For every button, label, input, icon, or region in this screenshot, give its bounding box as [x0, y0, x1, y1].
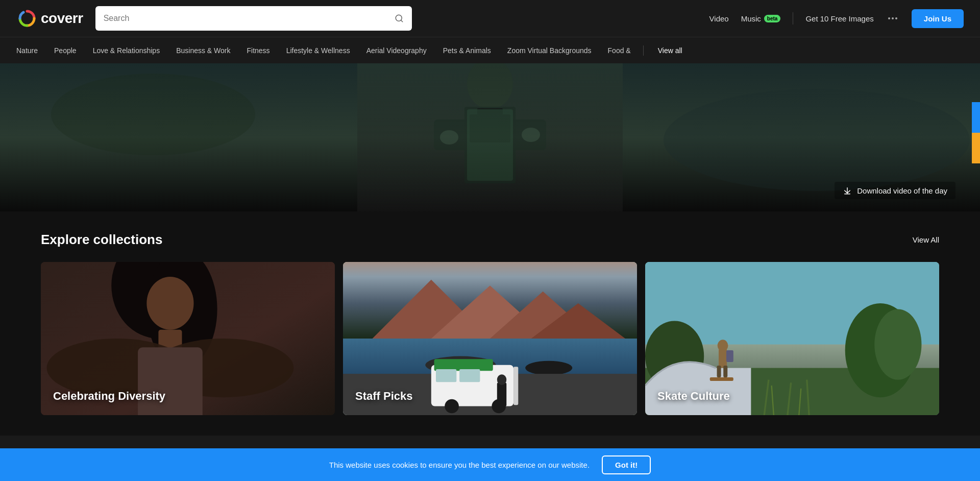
search-icon [395, 14, 404, 23]
svg-point-44 [492, 399, 506, 414]
collection-card-staffpicks[interactable]: Staff Picks [343, 262, 637, 415]
indicator-blue [972, 102, 980, 133]
join-button[interactable]: Join Us [912, 9, 964, 28]
download-video-button[interactable]: Download video of the day [835, 182, 955, 199]
music-nav-item[interactable]: Music beta [741, 14, 781, 23]
svg-line-2 [401, 20, 402, 21]
logo-text: coverr [41, 10, 83, 27]
svg-point-49 [874, 309, 921, 379]
card-label-skate: Skate Culture [657, 390, 730, 403]
nav-item-food[interactable]: Food & [600, 46, 639, 55]
logo[interactable]: coverr [16, 8, 83, 29]
svg-rect-55 [723, 366, 727, 377]
header-right: Video Music beta Get 10 Free Images Join… [709, 9, 964, 28]
search-input[interactable] [104, 14, 389, 23]
dot3 [895, 17, 897, 19]
collections-view-all[interactable]: View All [913, 235, 939, 244]
nav-item-lifestyle[interactable]: Lifestyle & Wellness [278, 46, 358, 55]
indicator-yellow [972, 133, 980, 163]
side-indicators [972, 102, 980, 163]
category-nav: Nature People Love & Relationships Busin… [0, 37, 980, 63]
svg-point-42 [497, 374, 506, 385]
nav-view-all[interactable]: View all [650, 46, 691, 55]
download-icon [843, 186, 852, 195]
hero-background [0, 63, 980, 211]
header-divider [793, 12, 793, 25]
collection-card-diversity[interactable]: Celebrating Diversity [41, 262, 335, 415]
nav-item-love[interactable]: Love & Relationships [85, 46, 168, 55]
nav-item-business[interactable]: Business & Work [168, 46, 238, 55]
svg-point-34 [525, 361, 572, 375]
collections-grid: Celebrating Diversity [41, 262, 939, 415]
nav-item-pets[interactable]: Pets & Animals [435, 46, 499, 55]
nav-item-people[interactable]: People [46, 46, 85, 55]
svg-rect-38 [436, 369, 456, 382]
nav-divider [643, 45, 644, 56]
beta-badge: beta [764, 15, 781, 22]
nav-item-zoom[interactable]: Zoom Virtual Backgrounds [499, 46, 600, 55]
svg-rect-40 [513, 367, 518, 405]
hero-image [0, 63, 980, 211]
svg-rect-39 [459, 369, 480, 382]
svg-point-21 [146, 277, 193, 330]
download-label: Download video of the day [857, 186, 947, 195]
video-nav-link[interactable]: Video [709, 14, 729, 23]
free-images-link[interactable]: Get 10 Free Images [805, 14, 873, 23]
nav-item-aerial[interactable]: Aerial Videography [358, 46, 435, 55]
svg-point-43 [445, 399, 459, 414]
more-options-button[interactable] [886, 15, 899, 21]
nav-item-nature[interactable]: Nature [16, 46, 46, 55]
svg-rect-54 [717, 366, 721, 377]
svg-rect-56 [710, 377, 733, 381]
svg-rect-51 [719, 349, 727, 368]
card-label-staffpicks: Staff Picks [355, 390, 413, 403]
hero-section: Download video of the day [0, 63, 980, 211]
dot1 [888, 17, 890, 19]
music-label: Music [741, 14, 761, 23]
svg-rect-25 [138, 347, 203, 415]
dot2 [892, 17, 894, 19]
search-bar [95, 6, 412, 31]
svg-point-52 [718, 340, 728, 351]
nav-item-fitness[interactable]: Fitness [239, 46, 278, 55]
collections-title: Explore collections [41, 232, 162, 248]
svg-rect-53 [726, 350, 733, 362]
card-label-diversity: Celebrating Diversity [53, 390, 165, 403]
collection-card-skate[interactable]: Skate Culture [645, 262, 939, 415]
collections-header: Explore collections View All [41, 232, 939, 248]
svg-rect-15 [0, 63, 980, 211]
header: coverr Video Music beta Get 10 Free Imag… [0, 0, 980, 37]
collections-section: Explore collections View All [0, 211, 980, 436]
logo-icon [16, 8, 38, 29]
